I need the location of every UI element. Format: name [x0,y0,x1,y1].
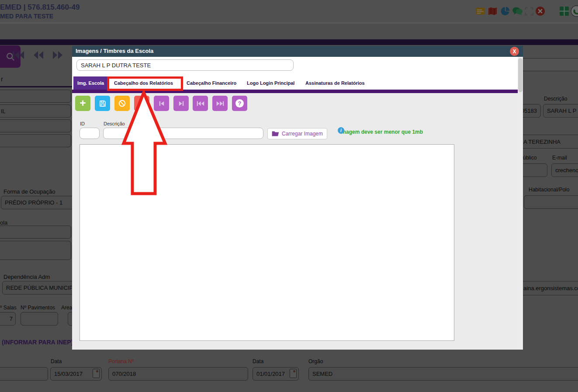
tab-cabecalho-financeiro[interactable]: Cabeçalho Financeiro [187,76,236,90]
id-label: ID [80,121,85,126]
screen: EMED | 576.815.460-49 MED PARA TESTE [0,0,578,392]
image-size-note: Imagem deve ser menor que 1mb [340,129,423,135]
help-button[interactable]: ? [232,96,247,111]
tab-assinaturas[interactable]: Assinaturas de Relatórios [305,76,365,90]
nav-forward-button[interactable] [212,96,228,111]
rewind-icon [196,100,205,108]
save-button[interactable] [95,96,110,111]
plus-icon: + [80,98,86,108]
scrollbar-thumb[interactable] [518,58,523,92]
nav-rewind-button[interactable] [193,96,208,111]
add-button[interactable]: + [75,96,90,111]
id-input[interactable] [80,128,100,139]
upload-image-button[interactable]: Carregar Imagem [267,128,327,139]
tab-logo-login[interactable]: Logo Login Principal [247,76,294,90]
save-icon [99,100,107,108]
modal-close-button[interactable]: X [510,47,519,56]
folder-icon [272,131,279,137]
modal-scrollbar[interactable] [518,57,523,350]
tab-img-escola[interactable]: Img. Escola [73,76,108,90]
question-icon: ? [235,99,244,108]
nav-last-button[interactable] [173,96,189,111]
forward-icon [216,100,225,108]
annotation-arrow [119,90,170,197]
info-icon: i [338,127,344,134]
annotation-highlight-box [107,76,183,91]
school-name-input[interactable]: SARAH L P DUTRA TESTE [76,59,294,71]
skip-last-icon [177,100,185,108]
modal-title: Imagens / Timbres da Escola [76,48,153,54]
